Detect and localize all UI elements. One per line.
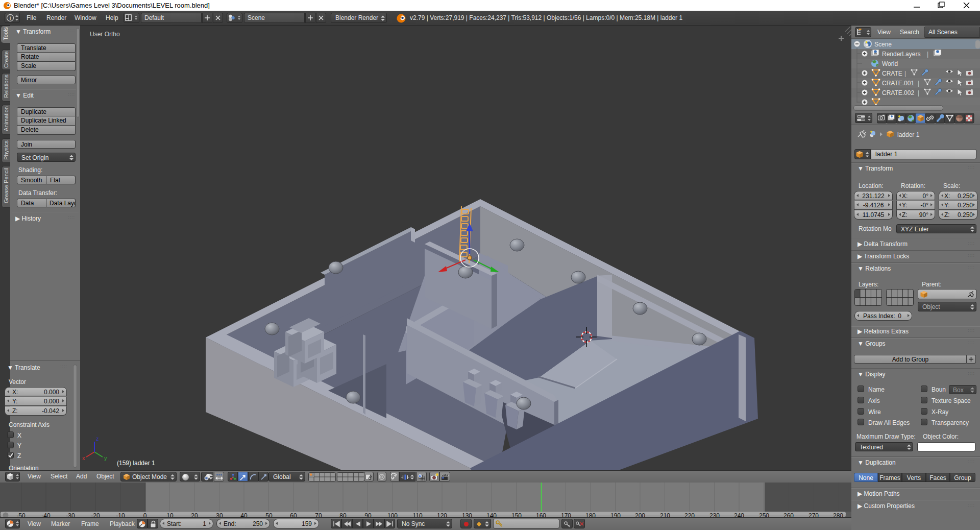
svg-text:ladder 1: ladder 1 [897, 131, 920, 138]
svg-text:CRATE.001: CRATE.001 [882, 80, 914, 87]
svg-text:z: z [96, 436, 99, 442]
svg-text:World: World [882, 60, 898, 67]
svg-text:|: | [918, 80, 919, 87]
svg-text:CRATE: CRATE [882, 70, 902, 77]
svg-text:i: i [9, 15, 11, 21]
svg-text:RenderLayers: RenderLayers [882, 51, 920, 58]
svg-text:CRATE.002: CRATE.002 [882, 89, 914, 97]
svg-text:x: x [82, 455, 85, 461]
svg-text:|: | [904, 70, 906, 77]
svg-text:|: | [927, 51, 928, 58]
svg-text:|: | [918, 89, 919, 97]
svg-text:y: y [104, 455, 107, 461]
svg-text:Scene: Scene [874, 41, 892, 48]
